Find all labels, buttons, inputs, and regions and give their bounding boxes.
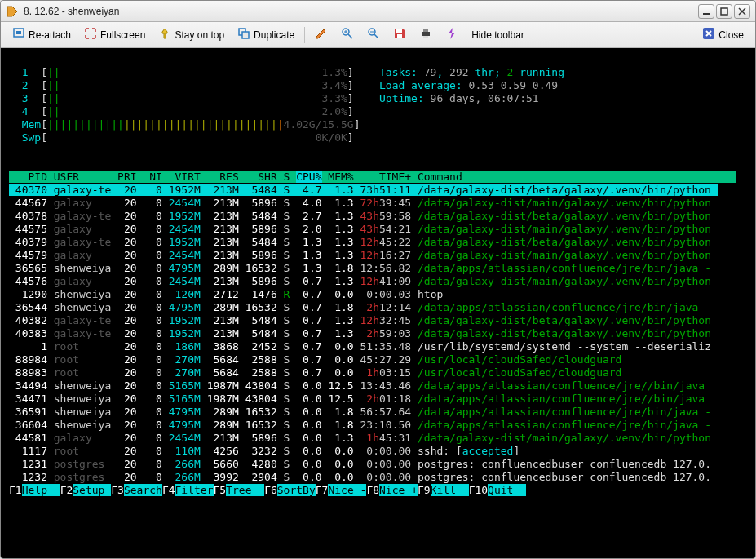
pin-icon: [158, 27, 171, 42]
close-window-button[interactable]: [734, 4, 750, 19]
fullscreen-icon: [84, 27, 97, 42]
duplicate-label: Duplicate: [254, 29, 294, 41]
svg-rect-18: [423, 29, 428, 32]
svg-rect-15: [396, 29, 402, 33]
toolbar: Re-attach Fullscreen Stay on top Duplica…: [1, 22, 755, 48]
minimize-button[interactable]: [698, 4, 714, 19]
save-button[interactable]: [388, 24, 411, 45]
app-window: 8. 12.62 - shenweiyan Re-attach Fullscre…: [0, 0, 756, 559]
svg-rect-19: [423, 36, 428, 38]
separator: [304, 27, 305, 43]
window-title: 8. 12.62 - shenweiyan: [24, 6, 698, 17]
close-tab-button[interactable]: Close: [697, 24, 749, 45]
close-icon: [702, 27, 715, 42]
pencil-icon: [315, 27, 328, 42]
duplicate-button[interactable]: Duplicate: [232, 24, 299, 45]
titlebar: 8. 12.62 - shenweiyan: [1, 1, 755, 22]
maximize-button[interactable]: [716, 4, 732, 19]
terminal[interactable]: 1 [|| 1.3%] Tasks: 79, 292 thr; 2 runnin…: [1, 48, 755, 558]
reattach-label: Re-attach: [29, 29, 71, 41]
printer-icon: [419, 27, 432, 42]
edit-button[interactable]: [310, 24, 333, 45]
svg-rect-17: [422, 32, 430, 36]
print-button[interactable]: [414, 24, 437, 45]
svg-rect-1: [721, 8, 727, 15]
hide-toolbar-label: Hide toolbar: [471, 29, 524, 41]
app-icon: [6, 5, 19, 18]
duplicate-icon: [237, 27, 250, 42]
svg-rect-16: [397, 34, 402, 38]
fkey-bar[interactable]: F1Help F2Setup F3SearchF4FilterF5Tree F6…: [9, 484, 747, 497]
svg-line-13: [374, 34, 378, 38]
zoomout-button[interactable]: [362, 24, 385, 45]
flash-button[interactable]: [440, 24, 463, 45]
zoomout-icon: [367, 27, 380, 42]
lightning-icon: [445, 27, 458, 42]
floppy-icon: [393, 27, 406, 42]
zoomin-icon: [341, 27, 354, 42]
svg-line-9: [348, 34, 352, 38]
stayontop-button[interactable]: Stay on top: [153, 24, 229, 45]
svg-rect-5: [16, 31, 21, 34]
reattach-icon: [12, 27, 25, 42]
reattach-button[interactable]: Re-attach: [7, 24, 76, 45]
htop-meters: 1 [|| 1.3%] Tasks: 79, 292 thr; 2 runnin…: [9, 53, 747, 157]
htop-header: PID USER PRI NI VIRT RES SHR S CPU% MEM%…: [9, 171, 747, 184]
zoomin-button[interactable]: [336, 24, 359, 45]
stayontop-label: Stay on top: [175, 29, 224, 41]
fullscreen-label: Fullscreen: [100, 29, 145, 41]
close-tab-label: Close: [718, 29, 744, 41]
process-list[interactable]: 40370 galaxy-te 20 0 1952M 213M 5484 S 4…: [9, 184, 747, 484]
fullscreen-button[interactable]: Fullscreen: [79, 24, 150, 45]
svg-rect-7: [242, 32, 249, 38]
hide-toolbar-button[interactable]: Hide toolbar: [466, 27, 529, 43]
